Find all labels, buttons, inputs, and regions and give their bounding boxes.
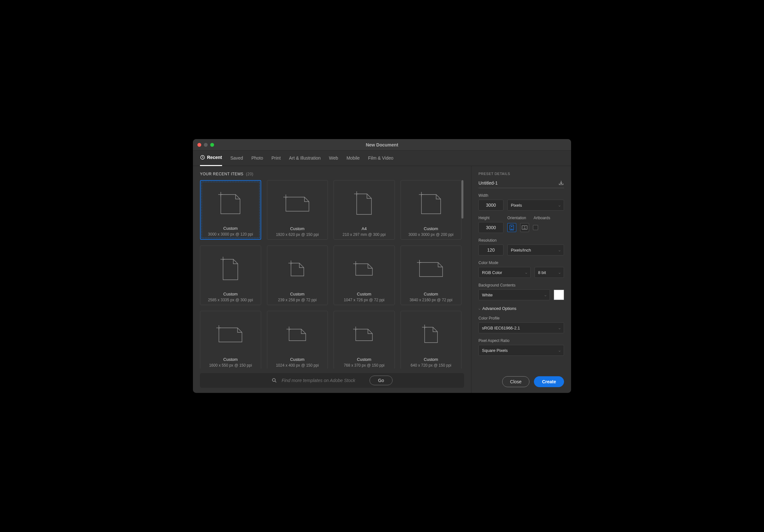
scrollbar-thumb[interactable]	[462, 180, 464, 219]
preset-card[interactable]: Custom 768 x 370 px @ 150 ppi	[334, 311, 395, 369]
preset-name: Custom	[290, 292, 304, 296]
preset-name: Custom	[223, 292, 238, 296]
chevron-down-icon: ⌵	[559, 204, 560, 207]
height-input[interactable]	[478, 222, 503, 233]
category-tabs: Recent Saved Photo Print Art & Illustrat…	[193, 151, 571, 166]
orientation-landscape-button[interactable]	[520, 223, 529, 232]
width-input[interactable]	[478, 200, 503, 211]
colormode-label: Color Mode	[478, 261, 564, 265]
dialog-body: YOUR RECENT ITEMS (20) Custom 3000 x 300…	[193, 166, 571, 393]
resolution-input[interactable]	[478, 245, 503, 256]
document-name-input[interactable]	[478, 180, 543, 186]
color-profile-label: Color Profile	[478, 316, 564, 320]
svg-rect-28	[522, 226, 527, 230]
tab-saved[interactable]: Saved	[230, 155, 243, 161]
preset-dimensions: 1600 x 550 px @ 150 ppi	[209, 363, 252, 368]
create-button[interactable]: Create	[534, 376, 564, 387]
document-icon	[352, 314, 376, 356]
presets-scroll[interactable]: Custom 3000 x 3000 px @ 120 ppi Custom 1…	[200, 180, 464, 369]
preset-name: Custom	[424, 226, 438, 231]
preset-details-panel: PRESET DETAILS Width Pixels⌵ Height Orie…	[471, 166, 571, 393]
resolution-unit-select[interactable]: Pixels/Inch⌵	[507, 245, 564, 256]
clock-icon	[200, 155, 205, 160]
height-label: Height	[478, 216, 503, 220]
tab-web[interactable]: Web	[329, 155, 338, 161]
document-icon	[352, 249, 376, 290]
presets-grid: Custom 3000 x 3000 px @ 120 ppi Custom 1…	[200, 180, 462, 369]
preset-name: Custom	[357, 357, 371, 362]
preset-card[interactable]: Custom 3000 x 3000 px @ 200 ppi	[401, 180, 462, 240]
preset-dimensions: 210 x 297 mm @ 300 ppi	[343, 232, 386, 237]
tab-print[interactable]: Print	[272, 155, 281, 161]
preset-card[interactable]: Custom 1047 x 726 px @ 72 ppi	[334, 246, 395, 305]
document-icon	[421, 314, 441, 356]
artboards-checkbox[interactable]	[533, 225, 538, 230]
dialog-footer: Close Create	[478, 369, 564, 387]
pixel-aspect-select[interactable]: Square Pixels⌵	[478, 345, 564, 356]
panel-header: PRESET DETAILS	[478, 172, 564, 176]
background-color-swatch[interactable]	[554, 290, 564, 300]
tab-recent[interactable]: Recent	[200, 151, 222, 166]
document-icon	[218, 183, 243, 225]
preset-dimensions: 3840 x 2160 px @ 72 ppi	[410, 298, 453, 302]
section-title: YOUR RECENT ITEMS (20)	[200, 172, 464, 176]
tab-photo[interactable]: Photo	[251, 155, 263, 161]
background-select[interactable]: White⌵	[478, 289, 550, 300]
landscape-icon	[522, 225, 527, 230]
colormode-select[interactable]: RGB Color⌵	[478, 267, 531, 278]
orientation-portrait-button[interactable]	[507, 223, 516, 232]
tab-film-video[interactable]: Film & Video	[368, 155, 393, 161]
save-preset-icon[interactable]	[558, 180, 564, 186]
preset-dimensions: 239 x 258 px @ 72 ppi	[278, 298, 317, 302]
preset-dimensions: 2585 x 3335 px @ 300 ppi	[208, 298, 253, 302]
chevron-down-icon: ⌵	[525, 271, 527, 274]
document-icon	[418, 183, 444, 225]
stock-search-bar: Go	[200, 373, 464, 388]
color-profile-select[interactable]: sRGB IEC61966-2.1⌵	[478, 322, 564, 333]
svg-point-27	[511, 226, 512, 227]
preset-dimensions: 1920 x 620 px @ 150 ppi	[276, 232, 319, 237]
document-icon	[416, 249, 446, 290]
stock-go-button[interactable]: Go	[369, 376, 393, 385]
chevron-down-icon: ⌵	[559, 326, 560, 330]
document-icon	[288, 249, 307, 290]
advanced-options-toggle[interactable]: ⌵ Advanced Options	[478, 306, 564, 311]
document-icon	[216, 314, 245, 356]
preset-card[interactable]: Custom 640 x 720 px @ 150 ppi	[401, 311, 462, 369]
document-icon	[286, 314, 309, 356]
preset-name: Custom	[357, 292, 371, 296]
close-button[interactable]: Close	[502, 376, 530, 387]
chevron-down-icon: ⌵	[478, 307, 480, 310]
preset-card[interactable]: Custom 1024 x 400 px @ 150 ppi	[267, 311, 328, 369]
tab-art-illustration[interactable]: Art & Illustration	[289, 155, 321, 161]
preset-card[interactable]: Custom 239 x 258 px @ 72 ppi	[267, 246, 328, 305]
preset-dimensions: 768 x 370 px @ 150 ppi	[344, 363, 385, 368]
preset-dimensions: 3000 x 3000 px @ 200 ppi	[409, 232, 454, 237]
preset-name: Custom	[290, 226, 304, 231]
preset-card[interactable]: Custom 3000 x 3000 px @ 120 ppi	[200, 180, 261, 240]
document-icon	[353, 183, 375, 225]
tab-mobile[interactable]: Mobile	[346, 155, 360, 161]
stock-search-input[interactable]	[282, 378, 365, 383]
preset-card[interactable]: Custom 1920 x 620 px @ 150 ppi	[267, 180, 328, 240]
chevron-down-icon: ⌵	[544, 293, 546, 297]
bitdepth-select[interactable]: 8 bit⌵	[534, 267, 564, 278]
width-unit-select[interactable]: Pixels⌵	[507, 200, 564, 211]
preset-dimensions: 1047 x 726 px @ 72 ppi	[344, 298, 385, 302]
width-label: Width	[478, 193, 564, 198]
preset-card[interactable]: A4 210 x 297 mm @ 300 ppi	[334, 180, 395, 240]
preset-name: Custom	[290, 357, 304, 362]
document-icon	[283, 183, 312, 225]
search-icon	[272, 378, 277, 383]
preset-card[interactable]: Custom 2585 x 3335 px @ 300 ppi	[200, 246, 261, 305]
chevron-down-icon: ⌵	[559, 349, 560, 352]
preset-name: Custom	[223, 357, 238, 362]
presets-pane: YOUR RECENT ITEMS (20) Custom 3000 x 300…	[193, 166, 471, 393]
background-label: Background Contents	[478, 283, 564, 287]
artboards-label: Artboards	[534, 216, 550, 220]
preset-card[interactable]: Custom 3840 x 2160 px @ 72 ppi	[401, 246, 462, 305]
svg-point-25	[273, 379, 275, 381]
preset-name: Custom	[223, 226, 238, 231]
preset-name: Custom	[424, 357, 438, 362]
preset-card[interactable]: Custom 1600 x 550 px @ 150 ppi	[200, 311, 261, 369]
